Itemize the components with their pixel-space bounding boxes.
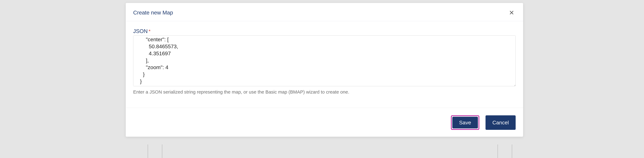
json-input[interactable] [133,36,516,86]
save-button[interactable]: Save [452,117,478,128]
json-help-text: Enter a JSON serialized string represent… [133,89,516,95]
close-icon [509,10,514,15]
save-button-highlight: Save [451,115,480,130]
modal-body: JSON* Enter a JSON serialized string rep… [126,21,523,98]
textarea-wrapper [133,36,516,87]
cancel-button[interactable]: Cancel [486,115,516,130]
close-button[interactable] [508,9,516,17]
modal-footer: Save Cancel [126,108,523,137]
create-map-modal: Create new Map JSON* Enter a JSON serial… [126,3,523,137]
json-field-group: JSON* Enter a JSON serialized string rep… [133,28,516,95]
modal-title: Create new Map [133,10,173,16]
json-field-label: JSON [133,28,148,34]
modal-header: Create new Map [126,3,523,21]
required-asterisk: * [148,29,150,34]
